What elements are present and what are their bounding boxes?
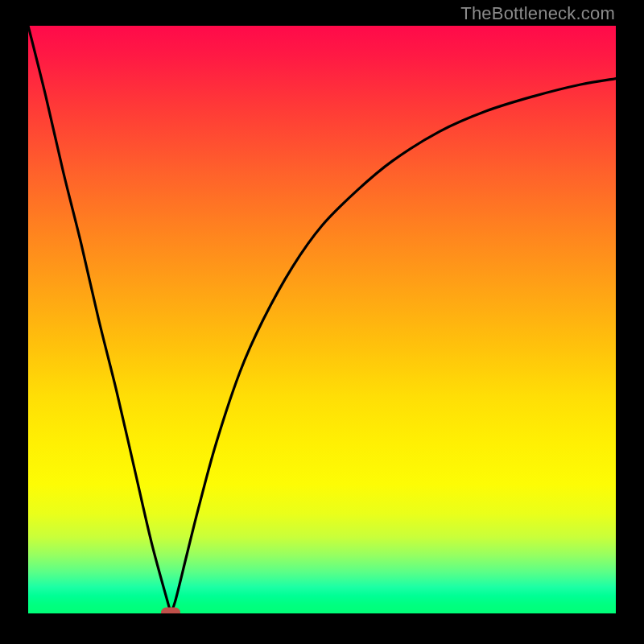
- curve-layer: [28, 26, 616, 613]
- watermark-text: TheBottleneck.com: [460, 3, 615, 24]
- minimum-marker: [161, 607, 180, 613]
- chart-frame: TheBottleneck.com: [0, 0, 644, 644]
- bottleneck-curve: [28, 26, 616, 613]
- plot-area: [28, 26, 616, 613]
